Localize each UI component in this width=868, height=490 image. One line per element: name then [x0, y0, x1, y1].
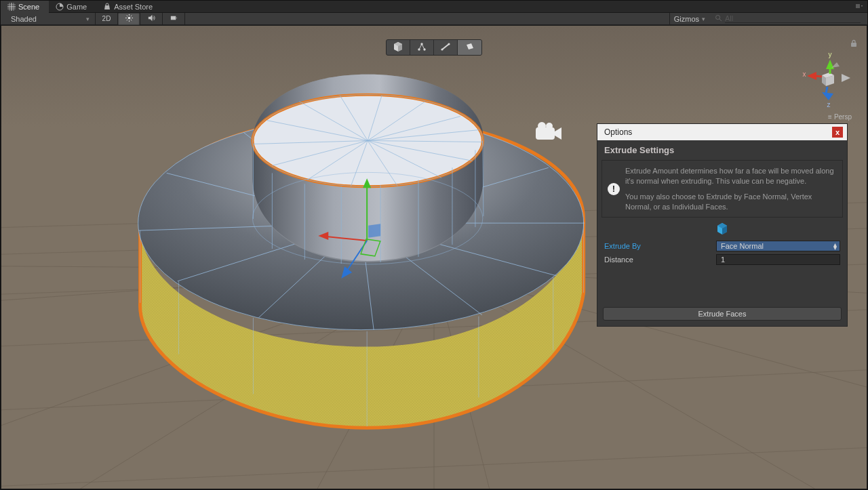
options-title: Options — [604, 127, 632, 137]
info-paragraph-1: Extrude Amount determines how far a face… — [625, 166, 837, 186]
projection-toggle[interactable]: ≡ Persp — [828, 113, 852, 121]
svg-line-21 — [719, 19, 722, 21]
projection-icon: ≡ — [828, 113, 832, 121]
options-panel: Options x Extrude Settings ! Extrude Amo… — [597, 123, 848, 327]
game-tab-icon — [56, 3, 64, 11]
svg-line-18 — [130, 16, 131, 16]
tab-scene-label: Scene — [18, 3, 39, 11]
tab-scene[interactable]: Scene — [1, 1, 49, 13]
projection-label: Persp — [834, 113, 852, 121]
pb-vertex-mode-button[interactable] — [410, 40, 434, 56]
asset-store-icon — [103, 3, 111, 11]
extrude-by-row: Extrude By Face Normal ▴▾ — [597, 239, 847, 253]
svg-point-20 — [716, 16, 720, 20]
axis-z-label: z — [827, 101, 831, 108]
select-caret-icon: ▴▾ — [833, 243, 837, 249]
toggle-2d-label: 2D — [102, 15, 111, 22]
svg-line-17 — [126, 20, 127, 20]
probuilder-mode-toolbar — [386, 39, 482, 56]
distance-row: Distance — [597, 253, 847, 266]
extrude-faces-label: Extrude Faces — [698, 310, 747, 318]
extrude-by-value: Face Normal — [721, 242, 764, 250]
svg-point-102 — [448, 43, 450, 45]
scene-search — [715, 13, 861, 24]
axis-y-label: y — [829, 51, 832, 58]
svg-point-10 — [127, 17, 130, 20]
pb-object-mode-button[interactable] — [387, 40, 410, 56]
extrude-by-label: Extrude By — [604, 242, 709, 250]
distance-input[interactable] — [716, 254, 840, 265]
dropdown-caret-icon: ▾ — [86, 16, 90, 22]
gizmos-dropdown[interactable]: Gizmos ▾ — [669, 13, 709, 24]
face-icon — [465, 41, 475, 55]
tab-asset-store-label: Asset Store — [114, 3, 153, 11]
svg-line-105 — [815, 76, 822, 77]
svg-rect-97 — [368, 224, 380, 237]
tab-asset-store[interactable]: Asset Store — [96, 1, 162, 13]
audio-icon — [147, 14, 156, 24]
axis-x-label: x — [803, 70, 806, 78]
extrude-icon — [597, 218, 847, 239]
toggle-2d-button[interactable]: 2D — [96, 13, 118, 25]
dock-menu-button[interactable] — [851, 1, 867, 12]
gizmos-label: Gizmos — [674, 15, 699, 23]
vertex-icon — [416, 41, 427, 55]
tab-bar: Scene Game Asset Store — [1, 1, 867, 13]
section-header: Extrude Settings — [597, 140, 847, 160]
edge-icon — [440, 41, 451, 55]
options-titlebar[interactable]: Options x — [597, 124, 847, 140]
svg-line-106 — [826, 87, 827, 94]
info-text: Extrude Amount determines how far a face… — [625, 166, 837, 211]
dropdown-caret-icon: ▾ — [702, 16, 705, 22]
svg-rect-19 — [170, 16, 175, 20]
info-paragraph-2: You may also choose to Extrude by Face N… — [625, 192, 837, 212]
search-icon — [715, 14, 722, 23]
distance-label: Distance — [604, 256, 709, 264]
svg-point-107 — [538, 122, 546, 130]
info-box: ! Extrude Amount determines how far a fa… — [601, 160, 843, 218]
svg-point-108 — [546, 123, 553, 129]
svg-point-101 — [441, 48, 443, 50]
pb-edge-mode-button[interactable] — [434, 40, 458, 56]
close-button[interactable]: x — [832, 127, 843, 138]
search-input[interactable] — [725, 14, 861, 23]
toggle-fx-button[interactable] — [163, 13, 185, 25]
extrude-faces-button[interactable]: Extrude Faces — [603, 307, 842, 321]
toggle-lighting-button[interactable] — [118, 13, 140, 25]
cube-icon — [393, 41, 403, 55]
orientation-gizmo[interactable]: y x z ≡ Persp — [803, 46, 857, 121]
camera-gizmo-icon[interactable] — [534, 121, 564, 146]
viewport[interactable]: y x z ≡ Persp Options x Extrude Settings… — [1, 26, 867, 489]
tab-game[interactable]: Game — [49, 1, 96, 13]
scene-tab-icon — [7, 3, 16, 11]
pb-face-mode-button[interactable] — [458, 40, 481, 56]
toggle-audio-button[interactable] — [140, 13, 163, 25]
extrude-by-select[interactable]: Face Normal ▴▾ — [716, 241, 840, 251]
svg-line-16 — [130, 20, 131, 20]
fx-icon — [170, 14, 178, 24]
shade-mode-dropdown[interactable]: Shaded ▾ — [1, 13, 96, 24]
info-icon: ! — [608, 183, 620, 195]
unity-scene-view: Scene Game Asset Store Shaded ▾ 2D — [0, 0, 868, 490]
scene-toolbar: Shaded ▾ 2D Gizmos ▾ — [1, 13, 867, 25]
tab-game-label: Game — [66, 3, 87, 11]
sun-icon — [125, 14, 134, 24]
svg-line-15 — [126, 16, 127, 16]
shade-mode-label: Shaded — [11, 15, 37, 23]
